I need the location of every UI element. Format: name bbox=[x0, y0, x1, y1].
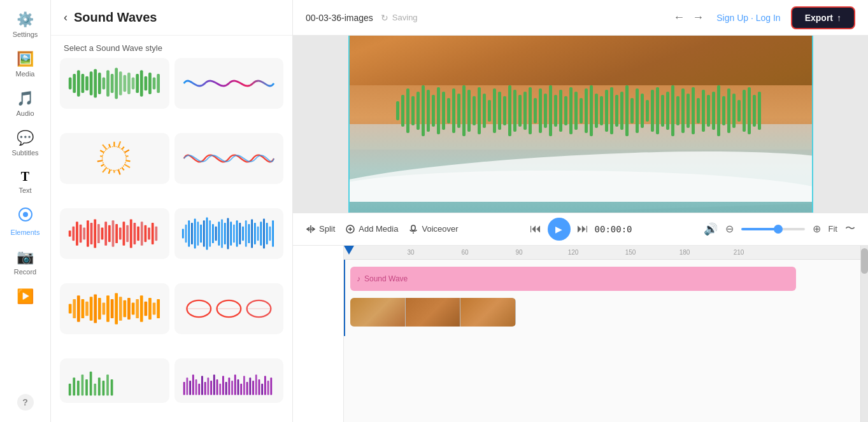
svg-point-24 bbox=[103, 146, 127, 171]
wave-style-wave-colorful[interactable] bbox=[174, 58, 284, 109]
video-thumb-3 bbox=[460, 298, 516, 327]
svg-rect-198 bbox=[549, 85, 552, 136]
sidebar-item-text[interactable]: T Text bbox=[3, 164, 48, 199]
svg-rect-195 bbox=[534, 98, 537, 123]
back-button[interactable]: ‹ bbox=[64, 11, 68, 24]
sidebar-item-more[interactable]: ▶️ bbox=[3, 283, 48, 310]
voiceover-button[interactable]: Voiceover bbox=[408, 224, 458, 234]
zoom-slider[interactable] bbox=[741, 228, 805, 230]
svg-rect-213 bbox=[625, 85, 629, 136]
sidebar-item-help[interactable]: ? bbox=[3, 389, 48, 416]
svg-rect-166 bbox=[267, 381, 269, 395]
wave-style-bars-green2[interactable] bbox=[60, 358, 169, 403]
sidebar-item-audio[interactable]: 🎵 Audio bbox=[3, 85, 48, 122]
undo-redo-controls: ← → bbox=[671, 8, 706, 27]
panel-title: Sound Waves bbox=[74, 10, 157, 25]
wave-style-bars-green[interactable] bbox=[60, 58, 169, 109]
svg-rect-192 bbox=[518, 95, 522, 127]
svg-rect-67 bbox=[155, 227, 158, 241]
wave-preview-4 bbox=[181, 139, 277, 178]
svg-rect-62 bbox=[138, 227, 140, 241]
svg-rect-98 bbox=[272, 220, 274, 246]
svg-rect-96 bbox=[266, 223, 268, 244]
sidebar-item-media[interactable]: 🖼️ Media bbox=[3, 46, 48, 83]
split-label: Split bbox=[319, 224, 335, 234]
rewind-button[interactable]: ⏮ bbox=[530, 222, 541, 236]
redo-button[interactable]: → bbox=[690, 8, 706, 27]
svg-rect-187 bbox=[493, 88, 496, 133]
forward-button[interactable]: ⏭ bbox=[577, 222, 588, 236]
audio-icon: 🎵 bbox=[17, 90, 34, 107]
svg-rect-20 bbox=[145, 76, 148, 91]
svg-rect-82 bbox=[224, 223, 226, 244]
svg-rect-95 bbox=[263, 218, 265, 248]
sidebar-item-elements[interactable]: Elements bbox=[3, 202, 48, 241]
svg-rect-152 bbox=[225, 382, 227, 395]
svg-rect-157 bbox=[240, 384, 242, 395]
sidebar-item-settings[interactable]: ⚙️ Settings bbox=[3, 6, 48, 43]
soundwave-track[interactable]: ♪ Sound Wave bbox=[350, 267, 796, 291]
svg-rect-162 bbox=[255, 375, 257, 395]
svg-rect-49 bbox=[90, 223, 93, 244]
scrollbar-thumb[interactable] bbox=[861, 248, 868, 274]
svg-rect-6 bbox=[86, 76, 89, 91]
svg-rect-75 bbox=[203, 220, 205, 246]
time-display: 00:00:0 bbox=[595, 224, 632, 234]
svg-rect-93 bbox=[257, 227, 259, 241]
svg-rect-215 bbox=[636, 88, 639, 133]
wave-style-bars-purple[interactable] bbox=[174, 358, 284, 403]
vertical-scrollbar[interactable] bbox=[860, 246, 868, 423]
split-button[interactable]: Split bbox=[306, 224, 335, 234]
wave-style-bars-red[interactable] bbox=[60, 208, 169, 259]
wave-style-bars-orange[interactable] bbox=[60, 283, 169, 334]
timeline-left-panel bbox=[293, 246, 344, 423]
svg-rect-51 bbox=[97, 224, 100, 243]
play-button[interactable]: ▶ bbox=[548, 218, 571, 241]
canvas-frame[interactable] bbox=[348, 36, 813, 213]
svg-rect-236 bbox=[743, 90, 746, 132]
svg-line-32 bbox=[122, 167, 124, 170]
record-icon: 📷 bbox=[17, 249, 34, 265]
svg-rect-131 bbox=[86, 379, 89, 395]
track-soundwave-label: Sound Wave bbox=[364, 274, 408, 283]
sidebar-item-subtitles[interactable]: 💬 Subtitles bbox=[3, 125, 48, 162]
svg-rect-108 bbox=[107, 295, 110, 321]
video-track[interactable] bbox=[350, 298, 516, 327]
svg-rect-10 bbox=[103, 78, 106, 90]
svg-rect-4 bbox=[77, 70, 80, 96]
export-button[interactable]: Export ↑ bbox=[791, 6, 855, 29]
svg-rect-101 bbox=[77, 295, 80, 321]
svg-rect-141 bbox=[192, 375, 194, 395]
voiceover-icon bbox=[408, 224, 418, 234]
svg-rect-13 bbox=[115, 68, 118, 99]
volume-icon: 🔊 bbox=[704, 222, 718, 236]
auth-links[interactable]: Sign Up · Log In bbox=[716, 13, 780, 23]
svg-rect-80 bbox=[218, 222, 220, 246]
add-media-button[interactable]: Add Media bbox=[345, 224, 398, 234]
svg-rect-146 bbox=[207, 377, 209, 395]
wave-preview-8 bbox=[181, 290, 277, 328]
undo-button[interactable]: ← bbox=[671, 8, 687, 27]
svg-rect-154 bbox=[231, 381, 233, 395]
svg-rect-77 bbox=[209, 220, 211, 246]
svg-point-1 bbox=[23, 212, 28, 217]
login-link[interactable]: Log In bbox=[756, 13, 781, 23]
wave-style-bars-blue[interactable] bbox=[174, 208, 284, 259]
svg-rect-61 bbox=[134, 223, 136, 244]
canvas-area bbox=[293, 36, 868, 213]
playhead-marker bbox=[344, 246, 354, 255]
timeline-ruler: 30 60 90 120 150 180 210 bbox=[344, 246, 860, 260]
wave-style-circle-orange[interactable] bbox=[60, 133, 169, 184]
sidebar-item-record[interactable]: 📷 Record bbox=[3, 244, 48, 281]
svg-rect-189 bbox=[503, 96, 506, 125]
svg-rect-17 bbox=[132, 78, 135, 90]
signup-link[interactable]: Sign Up bbox=[716, 13, 748, 23]
svg-rect-160 bbox=[249, 377, 251, 395]
wave-preview-9 bbox=[66, 362, 162, 400]
svg-rect-86 bbox=[236, 220, 238, 246]
media-icon: 🖼️ bbox=[17, 51, 34, 67]
wave-style-sine-multicolor[interactable] bbox=[174, 133, 284, 184]
svg-line-40 bbox=[101, 150, 104, 152]
wave-style-loop-red[interactable] bbox=[174, 283, 284, 334]
svg-rect-180 bbox=[457, 94, 460, 128]
